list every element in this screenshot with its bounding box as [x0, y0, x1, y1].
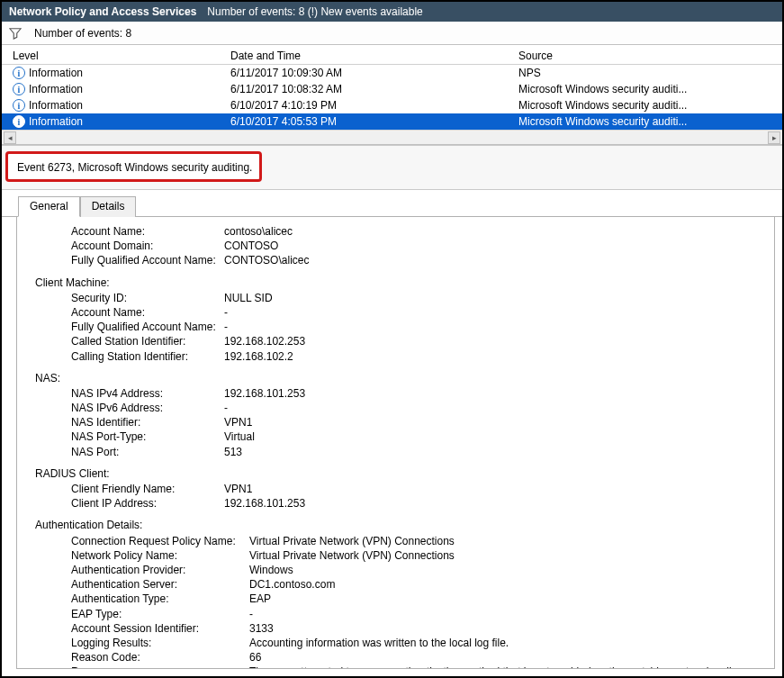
- property-value: 3133: [249, 621, 763, 636]
- property-value: 513: [224, 445, 763, 459]
- property-row: Authentication Provider:Windows: [35, 563, 763, 577]
- property-value: Virtual Private Network (VPN) Connection…: [249, 534, 763, 548]
- property-row: Fully Qualified Account Name:CONTOSO\ali…: [35, 253, 763, 267]
- property-key: Reason:: [35, 664, 249, 669]
- property-row: Reason Code:66: [35, 650, 763, 664]
- property-row: Account Session Identifier:3133: [35, 621, 763, 636]
- tab-details[interactable]: Details: [80, 196, 137, 217]
- property-key: NAS IPv4 Address:: [35, 386, 224, 401]
- cell-date: 6/11/2017 10:08:32 AM: [227, 83, 515, 95]
- property-value: Windows: [249, 563, 763, 577]
- property-key: Account Name:: [35, 305, 224, 320]
- cell-level: Information: [29, 67, 83, 79]
- property-value: 192.168.102.253: [224, 334, 763, 348]
- cell-date: 6/10/2017 4:05:53 PM: [227, 115, 515, 128]
- titlebar: Network Policy and Access Services Numbe…: [2, 2, 782, 22]
- filter-bar: Number of events: 8: [2, 22, 782, 45]
- tabs: General Details: [2, 195, 782, 217]
- property-key: Logging Results:: [35, 636, 249, 650]
- property-key: Called Station Identifier:: [35, 334, 224, 348]
- property-row: EAP Type:-: [35, 607, 763, 621]
- property-key: Account Name:: [35, 224, 224, 239]
- table-row[interactable]: iInformation6/11/2017 10:08:32 AMMicroso…: [2, 81, 782, 97]
- table-row[interactable]: iInformation6/10/2017 4:05:53 PMMicrosof…: [2, 113, 782, 130]
- property-row: Logging Results:Accounting information w…: [35, 636, 763, 650]
- property-row: Security ID:NULL SID: [35, 291, 763, 305]
- property-value: Virtual Private Network (VPN) Connection…: [249, 548, 763, 563]
- cell-date: 6/10/2017 4:10:19 PM: [227, 99, 515, 112]
- property-key: EAP Type:: [35, 607, 249, 621]
- property-value: Accounting information was written to th…: [249, 636, 763, 650]
- property-value: 192.168.101.253: [224, 386, 763, 401]
- property-key: Client Friendly Name:: [35, 482, 224, 496]
- property-row: Reason:The user attempted to use an auth…: [35, 664, 763, 669]
- property-key: Fully Qualified Account Name:: [35, 253, 224, 267]
- property-value: The user attempted to use an authenticat…: [249, 664, 763, 669]
- property-row: Authentication Server:DC1.contoso.com: [35, 577, 763, 592]
- section-auth: Authentication Details:: [35, 511, 763, 533]
- event-title-bar: Event 6273, Microsoft Windows security a…: [2, 145, 782, 190]
- property-key: NAS Identifier:: [35, 415, 224, 429]
- horizontal-scrollbar[interactable]: ◂ ▸: [2, 130, 782, 144]
- property-row: Client Friendly Name:VPN1: [35, 482, 763, 496]
- property-value: 192.168.101.253: [224, 496, 763, 511]
- property-value: Virtual: [224, 429, 763, 444]
- property-value: VPN1: [224, 415, 763, 429]
- property-key: Network Policy Name:: [35, 548, 249, 563]
- property-row: Account Name:contoso\alicec: [35, 224, 763, 239]
- event-title: Event 6273, Microsoft Windows security a…: [5, 151, 262, 182]
- property-row: Authentication Type:EAP: [35, 592, 763, 606]
- section-nas: NAS:: [35, 364, 763, 386]
- property-row: Account Domain:CONTOSO: [35, 239, 763, 253]
- property-value: EAP: [249, 592, 763, 606]
- property-key: NAS Port:: [35, 445, 224, 459]
- property-key: Reason Code:: [35, 650, 249, 664]
- section-client-machine: Client Machine:: [35, 268, 763, 291]
- property-value: -: [249, 607, 763, 621]
- property-key: NAS IPv6 Address:: [35, 401, 224, 415]
- property-key: Calling Station Identifier:: [35, 349, 224, 364]
- property-value: 66: [249, 650, 763, 664]
- property-value: -: [224, 401, 763, 415]
- scroll-left-icon[interactable]: ◂: [4, 131, 16, 144]
- filter-icon[interactable]: [9, 27, 22, 40]
- cell-source: Microsoft Windows security auditi...: [515, 83, 782, 95]
- col-header-level[interactable]: Level: [2, 50, 227, 62]
- property-key: Account Domain:: [35, 239, 224, 253]
- cell-level: Information: [29, 83, 83, 95]
- property-row: Calling Station Identifier:192.168.102.2: [35, 349, 763, 364]
- col-header-source[interactable]: Source: [515, 50, 782, 62]
- event-grid: Level Date and Time Source iInformation6…: [2, 45, 782, 145]
- cell-source: Microsoft Windows security auditi...: [515, 99, 782, 112]
- grid-header[interactable]: Level Date and Time Source: [2, 45, 782, 65]
- scroll-right-icon[interactable]: ▸: [768, 131, 780, 144]
- property-value: CONTOSO\alicec: [224, 253, 763, 267]
- property-key: Fully Qualified Account Name:: [35, 320, 224, 334]
- property-key: Authentication Server:: [35, 577, 249, 592]
- col-header-date[interactable]: Date and Time: [227, 50, 515, 62]
- property-row: NAS Identifier:VPN1: [35, 415, 763, 429]
- property-value: contoso\alicec: [224, 224, 763, 239]
- property-value: CONTOSO: [224, 239, 763, 253]
- info-icon: i: [13, 83, 25, 95]
- table-row[interactable]: iInformation6/10/2017 4:10:19 PMMicrosof…: [2, 97, 782, 113]
- info-icon: i: [13, 67, 25, 79]
- cell-date: 6/11/2017 10:09:30 AM: [227, 67, 515, 79]
- table-row[interactable]: iInformation6/11/2017 10:09:30 AMNPS: [2, 65, 782, 81]
- details-pane[interactable]: Account Name:contoso\alicecAccount Domai…: [16, 217, 775, 669]
- property-key: Authentication Provider:: [35, 563, 249, 577]
- property-row: Called Station Identifier:192.168.102.25…: [35, 334, 763, 348]
- property-row: Client IP Address:192.168.101.253: [35, 496, 763, 511]
- info-icon: i: [13, 99, 25, 112]
- cell-level: Information: [29, 115, 83, 128]
- filter-count-label: Number of events: 8: [34, 27, 131, 40]
- property-key: Client IP Address:: [35, 496, 224, 511]
- property-value: -: [224, 305, 763, 320]
- tab-general[interactable]: General: [18, 196, 80, 217]
- titlebar-subtitle: Number of events: 8 (!) New events avail…: [207, 5, 422, 18]
- cell-source: NPS: [515, 67, 782, 79]
- property-row: NAS IPv6 Address:-: [35, 401, 763, 415]
- property-value: -: [224, 320, 763, 334]
- app-title: Network Policy and Access Services: [9, 5, 196, 18]
- property-row: NAS Port:513: [35, 445, 763, 459]
